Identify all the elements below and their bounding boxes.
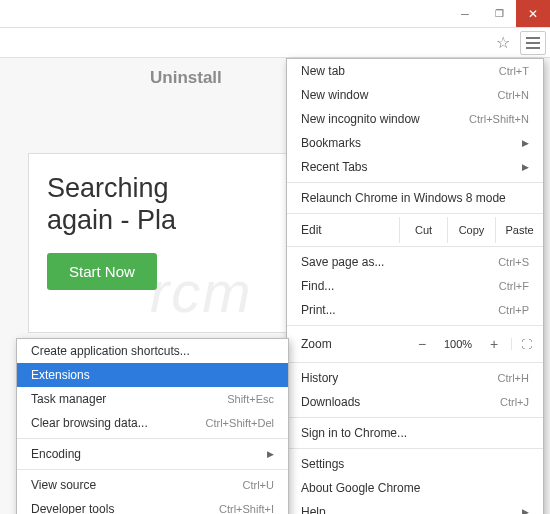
menu-zoom-row: Zoom − 100% + ⛶ [287,329,543,359]
menu-separator [287,213,543,214]
menu-relaunch-win8[interactable]: Relaunch Chrome in Windows 8 mode [287,186,543,210]
menu-save-page[interactable]: Save page as...Ctrl+S [287,250,543,274]
close-button[interactable] [516,0,550,27]
menu-separator [287,448,543,449]
fullscreen-button[interactable]: ⛶ [511,338,533,350]
chrome-main-menu: New tabCtrl+T New windowCtrl+N New incog… [286,58,544,514]
menu-new-tab[interactable]: New tabCtrl+T [287,59,543,83]
submenu-view-source[interactable]: View sourceCtrl+U [17,473,288,497]
maximize-button[interactable] [482,0,516,27]
menu-separator [287,325,543,326]
menu-separator [17,438,288,439]
menu-history[interactable]: HistoryCtrl+H [287,366,543,390]
menu-separator [17,469,288,470]
menu-separator [287,246,543,247]
hamburger-menu-button[interactable] [520,31,546,55]
edit-label: Edit [287,223,399,237]
menu-bookmarks[interactable]: Bookmarks▶ [287,131,543,155]
more-tools-submenu: Create application shortcuts... Extensio… [16,338,289,514]
menu-edit-row: Edit Cut Copy Paste [287,217,543,243]
zoom-in-button[interactable]: + [485,336,503,352]
menu-about[interactable]: About Google Chrome [287,476,543,500]
zoom-label: Zoom [301,337,405,351]
start-now-button[interactable]: Start Now [47,253,157,290]
window-titlebar [0,0,550,28]
browser-toolbar [0,28,550,58]
chevron-right-icon: ▶ [522,162,529,172]
chevron-right-icon: ▶ [522,138,529,148]
chevron-right-icon: ▶ [267,449,274,459]
cut-button[interactable]: Cut [399,217,447,243]
zoom-out-button[interactable]: − [413,336,431,352]
submenu-extensions[interactable]: Extensions [17,363,288,387]
menu-print[interactable]: Print...Ctrl+P [287,298,543,322]
menu-find[interactable]: Find...Ctrl+F [287,274,543,298]
minimize-button[interactable] [448,0,482,27]
menu-separator [287,182,543,183]
menu-separator [287,362,543,363]
menu-separator [287,417,543,418]
submenu-clear-browsing[interactable]: Clear browsing data...Ctrl+Shift+Del [17,411,288,435]
submenu-create-shortcuts[interactable]: Create application shortcuts... [17,339,288,363]
menu-icon [526,37,540,49]
menu-settings[interactable]: Settings [287,452,543,476]
bookmark-star-icon[interactable] [490,31,516,55]
paste-button[interactable]: Paste [495,217,543,243]
menu-downloads[interactable]: DownloadsCtrl+J [287,390,543,414]
chevron-right-icon: ▶ [522,507,529,514]
menu-new-window[interactable]: New windowCtrl+N [287,83,543,107]
submenu-dev-tools[interactable]: Developer toolsCtrl+Shift+I [17,497,288,514]
uninstall-heading: Uninstall [150,68,222,88]
menu-help[interactable]: Help▶ [287,500,543,514]
menu-new-incognito[interactable]: New incognito windowCtrl+Shift+N [287,107,543,131]
menu-recent-tabs[interactable]: Recent Tabs▶ [287,155,543,179]
copy-button[interactable]: Copy [447,217,495,243]
submenu-task-manager[interactable]: Task managerShift+Esc [17,387,288,411]
menu-signin[interactable]: Sign in to Chrome... [287,421,543,445]
submenu-encoding[interactable]: Encoding▶ [17,442,288,466]
zoom-percent: 100% [439,338,477,350]
